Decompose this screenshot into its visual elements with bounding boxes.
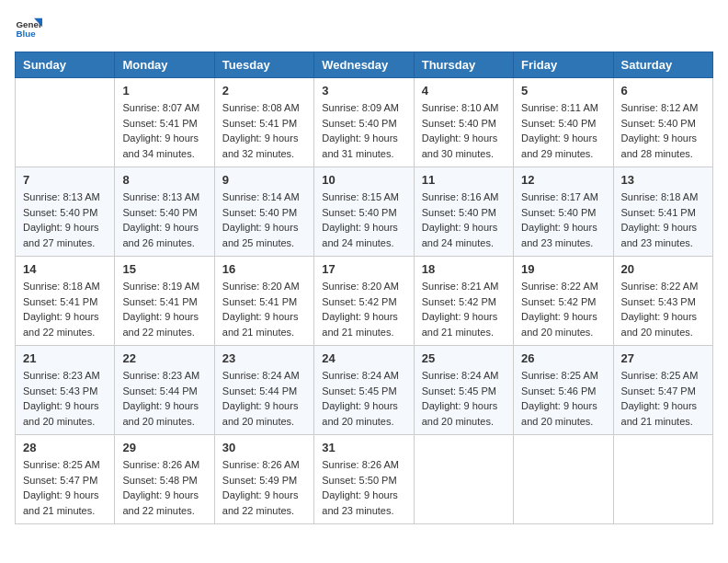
day-number: 7 — [23, 173, 107, 187]
day-info: Sunrise: 8:20 AMSunset: 5:42 PMDaylight:… — [322, 279, 405, 339]
day-cell — [514, 435, 613, 524]
day-cell: 9Sunrise: 8:14 AMSunset: 5:40 PMDaylight… — [214, 167, 313, 257]
day-cell: 5Sunrise: 8:11 AMSunset: 5:40 PMDaylight… — [514, 78, 613, 167]
week-row-2: 7Sunrise: 8:13 AMSunset: 5:40 PMDaylight… — [16, 167, 713, 257]
day-info: Sunrise: 8:18 AMSunset: 5:41 PMDaylight:… — [23, 279, 107, 339]
day-number: 26 — [521, 351, 605, 365]
day-cell: 3Sunrise: 8:09 AMSunset: 5:40 PMDaylight… — [314, 78, 414, 167]
day-info: Sunrise: 8:14 AMSunset: 5:40 PMDaylight:… — [222, 190, 306, 250]
day-cell: 7Sunrise: 8:13 AMSunset: 5:40 PMDaylight… — [16, 167, 115, 257]
header-sunday: Sunday — [16, 52, 115, 78]
header-tuesday: Tuesday — [214, 52, 313, 78]
day-cell: 22Sunrise: 8:23 AMSunset: 5:44 PMDayligh… — [115, 346, 214, 435]
day-number: 23 — [222, 351, 306, 365]
day-info: Sunrise: 8:20 AMSunset: 5:41 PMDaylight:… — [222, 279, 306, 339]
header: General Blue — [15, 15, 713, 42]
day-info: Sunrise: 8:21 AMSunset: 5:42 PMDaylight:… — [422, 279, 506, 339]
day-info: Sunrise: 8:10 AMSunset: 5:40 PMDaylight:… — [422, 100, 506, 161]
week-row-3: 14Sunrise: 8:18 AMSunset: 5:41 PMDayligh… — [16, 257, 713, 346]
header-thursday: Thursday — [414, 52, 513, 78]
day-cell: 27Sunrise: 8:25 AMSunset: 5:47 PMDayligh… — [613, 346, 712, 435]
day-info: Sunrise: 8:22 AMSunset: 5:42 PMDaylight:… — [521, 279, 605, 339]
day-cell: 6Sunrise: 8:12 AMSunset: 5:40 PMDaylight… — [613, 78, 712, 167]
day-info: Sunrise: 8:26 AMSunset: 5:49 PMDaylight:… — [222, 457, 306, 518]
day-info: Sunrise: 8:25 AMSunset: 5:46 PMDaylight:… — [521, 368, 605, 429]
day-info: Sunrise: 8:07 AMSunset: 5:41 PMDaylight:… — [122, 100, 206, 161]
day-number: 15 — [122, 262, 206, 276]
calendar-header-row: SundayMondayTuesdayWednesdayThursdayFrid… — [16, 52, 713, 78]
day-cell: 26Sunrise: 8:25 AMSunset: 5:46 PMDayligh… — [514, 346, 613, 435]
day-number: 29 — [122, 441, 206, 454]
day-number: 30 — [222, 441, 306, 454]
day-info: Sunrise: 8:24 AMSunset: 5:45 PMDaylight:… — [422, 368, 506, 429]
day-info: Sunrise: 8:24 AMSunset: 5:45 PMDaylight:… — [322, 368, 405, 429]
day-info: Sunrise: 8:26 AMSunset: 5:48 PMDaylight:… — [122, 457, 206, 518]
day-cell: 13Sunrise: 8:18 AMSunset: 5:41 PMDayligh… — [613, 167, 712, 257]
day-cell: 12Sunrise: 8:17 AMSunset: 5:40 PMDayligh… — [514, 167, 613, 257]
day-cell: 21Sunrise: 8:23 AMSunset: 5:43 PMDayligh… — [16, 346, 115, 435]
day-number: 18 — [422, 262, 506, 276]
day-info: Sunrise: 8:16 AMSunset: 5:40 PMDaylight:… — [422, 190, 506, 250]
day-cell: 28Sunrise: 8:25 AMSunset: 5:47 PMDayligh… — [16, 435, 115, 524]
day-info: Sunrise: 8:24 AMSunset: 5:44 PMDaylight:… — [222, 368, 306, 429]
day-cell: 20Sunrise: 8:22 AMSunset: 5:43 PMDayligh… — [613, 257, 712, 346]
day-number: 27 — [621, 351, 705, 365]
header-saturday: Saturday — [613, 52, 712, 78]
day-info: Sunrise: 8:13 AMSunset: 5:40 PMDaylight:… — [122, 190, 206, 250]
day-number: 19 — [521, 262, 605, 276]
day-cell: 1Sunrise: 8:07 AMSunset: 5:41 PMDaylight… — [115, 78, 214, 167]
day-cell: 23Sunrise: 8:24 AMSunset: 5:44 PMDayligh… — [214, 346, 313, 435]
day-number: 12 — [521, 173, 605, 187]
day-number: 31 — [322, 441, 405, 454]
day-number: 2 — [222, 84, 306, 98]
day-number: 24 — [322, 351, 405, 365]
day-info: Sunrise: 8:23 AMSunset: 5:44 PMDaylight:… — [122, 368, 206, 429]
day-number: 9 — [222, 173, 306, 187]
day-info: Sunrise: 8:12 AMSunset: 5:40 PMDaylight:… — [621, 100, 705, 161]
day-cell: 30Sunrise: 8:26 AMSunset: 5:49 PMDayligh… — [214, 435, 313, 524]
day-cell — [613, 435, 712, 524]
day-cell: 11Sunrise: 8:16 AMSunset: 5:40 PMDayligh… — [414, 167, 513, 257]
week-row-5: 28Sunrise: 8:25 AMSunset: 5:47 PMDayligh… — [16, 435, 713, 524]
day-cell: 15Sunrise: 8:19 AMSunset: 5:41 PMDayligh… — [115, 257, 214, 346]
day-number: 3 — [322, 84, 405, 98]
day-info: Sunrise: 8:26 AMSunset: 5:50 PMDaylight:… — [322, 457, 405, 518]
header-monday: Monday — [115, 52, 214, 78]
day-cell: 16Sunrise: 8:20 AMSunset: 5:41 PMDayligh… — [214, 257, 313, 346]
day-info: Sunrise: 8:11 AMSunset: 5:40 PMDaylight:… — [521, 100, 605, 161]
day-number: 17 — [322, 262, 405, 276]
day-number: 28 — [23, 441, 107, 454]
day-cell: 24Sunrise: 8:24 AMSunset: 5:45 PMDayligh… — [314, 346, 414, 435]
day-number: 14 — [23, 262, 107, 276]
day-info: Sunrise: 8:23 AMSunset: 5:43 PMDaylight:… — [23, 368, 107, 429]
day-number: 10 — [322, 173, 405, 187]
day-number: 22 — [122, 351, 206, 365]
day-number: 11 — [422, 173, 506, 187]
week-row-1: 1Sunrise: 8:07 AMSunset: 5:41 PMDaylight… — [16, 78, 713, 167]
logo-icon: General Blue — [15, 15, 42, 42]
day-info: Sunrise: 8:09 AMSunset: 5:40 PMDaylight:… — [322, 100, 405, 161]
day-number: 13 — [621, 173, 705, 187]
day-number: 6 — [621, 84, 705, 98]
week-row-4: 21Sunrise: 8:23 AMSunset: 5:43 PMDayligh… — [16, 346, 713, 435]
day-number: 25 — [422, 351, 506, 365]
day-cell: 4Sunrise: 8:10 AMSunset: 5:40 PMDaylight… — [414, 78, 513, 167]
day-number: 5 — [521, 84, 605, 98]
day-cell — [16, 78, 115, 167]
day-info: Sunrise: 8:13 AMSunset: 5:40 PMDaylight:… — [23, 190, 107, 250]
day-cell: 18Sunrise: 8:21 AMSunset: 5:42 PMDayligh… — [414, 257, 513, 346]
day-info: Sunrise: 8:22 AMSunset: 5:43 PMDaylight:… — [621, 279, 705, 339]
header-wednesday: Wednesday — [314, 52, 414, 78]
day-info: Sunrise: 8:08 AMSunset: 5:41 PMDaylight:… — [222, 100, 306, 161]
day-info: Sunrise: 8:18 AMSunset: 5:41 PMDaylight:… — [621, 190, 705, 250]
day-cell: 31Sunrise: 8:26 AMSunset: 5:50 PMDayligh… — [314, 435, 414, 524]
day-number: 8 — [122, 173, 206, 187]
day-number: 1 — [122, 84, 206, 98]
svg-text:Blue: Blue — [17, 29, 37, 39]
day-info: Sunrise: 8:15 AMSunset: 5:40 PMDaylight:… — [322, 190, 405, 250]
calendar-table: SundayMondayTuesdayWednesdayThursdayFrid… — [15, 52, 713, 524]
day-cell: 25Sunrise: 8:24 AMSunset: 5:45 PMDayligh… — [414, 346, 513, 435]
day-cell: 2Sunrise: 8:08 AMSunset: 5:41 PMDaylight… — [214, 78, 313, 167]
header-friday: Friday — [514, 52, 613, 78]
day-number: 16 — [222, 262, 306, 276]
